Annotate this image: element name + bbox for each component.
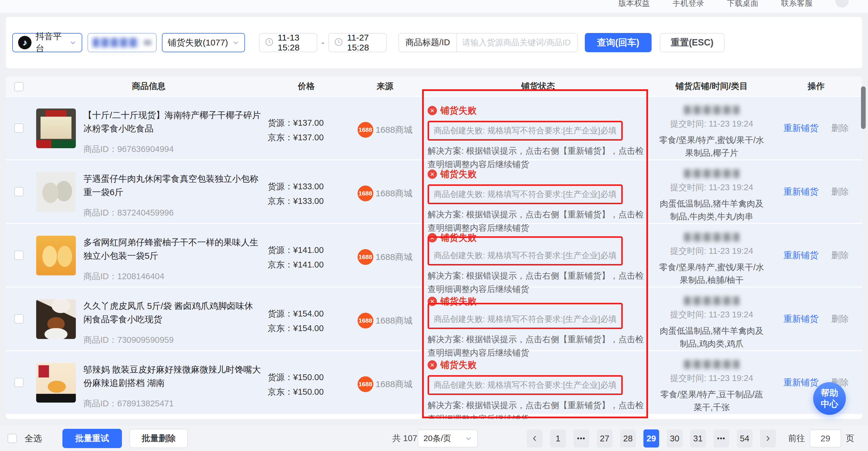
header-price: 价格	[266, 81, 347, 92]
query-button[interactable]: 查询(回车)	[585, 33, 652, 52]
product-id: 商品ID：837240459996	[84, 207, 261, 219]
row-checkbox[interactable]	[14, 187, 24, 196]
table-body: 【十斤/二十斤现货】海南特产椰子干椰子碎片冰粉零食小吃食品 商品ID：96763…	[6, 97, 862, 415]
1688-badge-icon: 1688	[358, 376, 373, 392]
page-button[interactable]: 54	[737, 429, 752, 448]
avatar[interactable]	[835, 0, 849, 8]
goto-page-input[interactable]	[810, 429, 841, 448]
category: 肉蛋低温制品,猪牛羊禽肉及制品,鸡肉类,鸡爪	[658, 324, 765, 350]
shop-select-blurred[interactable]	[88, 33, 157, 52]
retry-link[interactable]: 重新铺货	[783, 249, 818, 261]
help-center-button[interactable]: 帮助 中心	[813, 382, 846, 415]
row-checkbox[interactable]	[14, 314, 24, 324]
table-row: 久久丫虎皮凤爪 5斤/袋 酱卤鸡爪鸡脚卤味休闲食品零食小吃现货 商品ID：730…	[6, 288, 862, 351]
retry-link[interactable]: 重新铺货	[783, 313, 818, 325]
blurred-shop-name	[93, 38, 139, 47]
status-error-annotated: 商品创建失败: 规格填写不符合要求:[生产企业]必填	[428, 375, 623, 395]
price-cell: 货源：¥154.00 京东：¥154.00	[266, 288, 347, 350]
page-button[interactable]: 31	[690, 429, 706, 448]
price-cell: 货源：¥150.00 京东：¥150.00	[266, 351, 347, 414]
row-checkbox[interactable]	[14, 123, 24, 133]
source-cell: 1688 1688商城	[347, 351, 423, 414]
topbar-link[interactable]: 手机登录	[673, 0, 704, 8]
keyword-input[interactable]	[457, 34, 577, 52]
row-checkbox[interactable]	[14, 250, 24, 260]
batch-delete-button[interactable]: 批量删除	[129, 429, 188, 448]
prev-page-button[interactable]: ‹	[527, 429, 542, 448]
blurred-shop-name	[684, 106, 739, 114]
blurred-shop-name	[684, 360, 739, 369]
source-name: 1688商城	[376, 313, 413, 329]
batch-retry-button[interactable]: 批量重试	[62, 429, 122, 448]
category: 零食/坚果/特产,蜜饯/果干/水果制品,柚脯/柚干	[658, 261, 765, 287]
page-button[interactable]: 29	[643, 429, 659, 448]
next-page-button[interactable]: ›	[760, 429, 776, 448]
shop-cell: 提交时间: 11-23 19:24 肉蛋低温制品,猪牛羊禽肉及制品,鸡肉类,鸡爪	[653, 288, 770, 350]
filter-bar: ♪ 抖音平台 铺货失败(1077) 11-13 15:28 - 11-27 15…	[6, 17, 862, 68]
page-button[interactable]: •••	[574, 429, 589, 448]
status-error-annotated: 商品创建失败: 规格填写不符合要求:[生产企业]必填	[428, 121, 623, 141]
header-shop: 铺货店铺/时间/类目	[653, 81, 770, 92]
submit-time: 提交时间: 11-23 19:24	[670, 118, 753, 130]
status-error-annotated: 商品创建失败: 规格填写不符合要求:[生产企业]必填	[428, 184, 623, 204]
select-all-label: 全选	[25, 432, 42, 445]
page-size-select[interactable]: 20条/页	[418, 429, 478, 448]
date-end-value: 11-27 15:28	[347, 33, 381, 53]
delete-link[interactable]: 删除	[831, 122, 849, 134]
platform-select[interactable]: ♪ 抖音平台	[12, 33, 82, 52]
submit-time: 提交时间: 11-23 19:24	[670, 182, 753, 193]
retry-link[interactable]: 重新铺货	[783, 186, 818, 198]
reset-button[interactable]: 重置(ESC)	[660, 33, 724, 52]
topbar-link[interactable]: 下载桌面	[727, 0, 758, 8]
product-image[interactable]	[36, 172, 76, 212]
date-end-picker[interactable]: 11-27 15:28	[329, 33, 387, 52]
status-error-annotated: 商品创建失败: 规格填写不符合要求:[生产企业]必填	[428, 303, 623, 329]
table-row: 多省网红阿弟仔蜂蜜柚子干不一样的果味人生独立小包装一袋5斤 商品ID：12081…	[6, 224, 862, 288]
select-all-checkbox[interactable]	[8, 434, 17, 443]
table-row: 邬辣妈 散装豆皮好麻好辣微麻微辣儿时馋嘴大份麻辣追剧搭档 湖南 商品ID：678…	[6, 351, 862, 415]
page-button[interactable]: 28	[620, 429, 636, 448]
product-image[interactable]	[36, 236, 76, 275]
status-title: 铺货失败	[440, 168, 476, 180]
source-cell: 1688 1688商城	[347, 160, 423, 223]
vertical-scrollbar[interactable]	[861, 86, 866, 129]
date-start-value: 11-13 15:28	[278, 33, 311, 53]
blurred-shop-name	[684, 169, 739, 178]
page-button[interactable]: 30	[667, 429, 682, 448]
status-title: 铺货失败	[440, 104, 476, 117]
keyword-label: 商品标题/ID	[399, 34, 457, 52]
topbar-links: 版本权益手机登录下载桌面联系客服	[618, 0, 813, 8]
topbar-link[interactable]: 联系客服	[781, 0, 813, 8]
source-name: 1688商城	[376, 249, 413, 265]
delete-link[interactable]: 删除	[831, 186, 849, 198]
page-button[interactable]: 1	[550, 429, 566, 448]
status-cell: ✕ 铺货失败 商品创建失败: 规格填写不符合要求:[生产企业]必填 解决方案: …	[423, 224, 653, 287]
blurred-shop-name	[684, 233, 739, 242]
delete-link[interactable]: 删除	[831, 249, 849, 261]
status-select[interactable]: 铺货失败(1077)	[162, 33, 245, 52]
1688-badge-icon: 1688	[358, 249, 373, 265]
clock-icon	[265, 38, 274, 48]
topbar-link[interactable]: 版本权益	[618, 0, 650, 8]
table-header-row: 商品信息 价格 来源 铺货状态 铺货店铺/时间/类目 操作	[6, 77, 862, 97]
product-title: 久久丫虎皮凤爪 5斤/袋 酱卤鸡爪鸡脚卤味休闲食品零食小吃现货	[84, 299, 261, 326]
product-image[interactable]	[36, 363, 76, 402]
table-row: 芋遇蛋仔牛肉丸休闲零食真空包装独立小包称重一袋6斤 商品ID：837240459…	[6, 160, 862, 224]
retry-link[interactable]: 重新铺货	[783, 377, 818, 389]
page-button[interactable]: •••	[713, 429, 729, 448]
page-button[interactable]: 27	[597, 429, 613, 448]
status-title: 铺货失败	[440, 359, 476, 371]
status-cell: ✕ 铺货失败 商品创建失败: 规格填写不符合要求:[生产企业]必填 解决方案: …	[423, 97, 653, 159]
delete-link[interactable]: 删除	[831, 313, 849, 325]
retry-link[interactable]: 重新铺货	[783, 122, 818, 134]
product-image[interactable]	[36, 299, 76, 339]
page-size-value: 20条/页	[424, 433, 451, 444]
submit-time: 提交时间: 11-23 19:24	[670, 372, 753, 384]
top-bar: 版本权益手机登录下载桌面联系客服	[0, 0, 868, 13]
row-checkbox[interactable]	[14, 378, 24, 387]
date-start-picker[interactable]: 11-13 15:28	[259, 33, 317, 52]
header-checkbox[interactable]	[14, 82, 24, 91]
product-id: 商品ID：678913825471	[84, 398, 261, 410]
product-image[interactable]	[36, 109, 76, 148]
douyin-icon: ♪	[18, 36, 31, 49]
